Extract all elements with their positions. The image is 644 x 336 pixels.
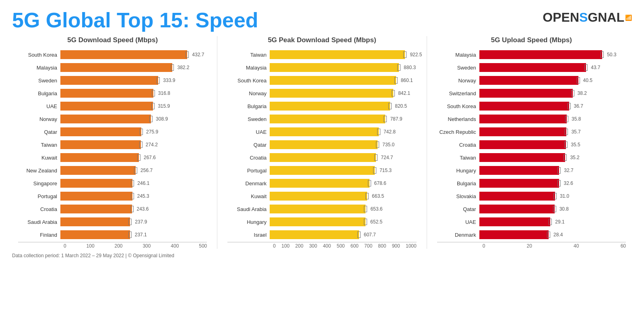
x-axis-peak: 01002003004005006007008009001000 bbox=[227, 243, 416, 249]
bar-track: 237.1 bbox=[60, 230, 207, 239]
error-bar bbox=[130, 206, 134, 212]
bar-row: Croatia724.7 bbox=[227, 152, 416, 163]
bar-row: South Korea432.7 bbox=[18, 49, 207, 60]
x-axis-label: 40 bbox=[574, 243, 579, 249]
bar-track: 38.2 bbox=[479, 89, 626, 98]
bar-value: 29.1 bbox=[555, 219, 641, 225]
logo-text2: GNAL bbox=[588, 10, 624, 25]
bar-label: Sweden bbox=[437, 65, 479, 71]
bar-track: 735.0 bbox=[270, 140, 416, 149]
bar-value: 607.7 bbox=[364, 232, 432, 238]
error-bar bbox=[547, 232, 550, 238]
x-axis-label: 60 bbox=[621, 243, 626, 249]
error-bar bbox=[564, 141, 568, 148]
bars-container-download: South Korea432.7Malaysia382.2Sweden333.9… bbox=[18, 49, 207, 240]
logo-text: OPEN bbox=[543, 10, 579, 25]
bar-fill bbox=[479, 89, 573, 98]
bar-fill bbox=[479, 230, 549, 239]
bar-track: 820.5 bbox=[270, 102, 416, 111]
bar-label: Malaysia bbox=[437, 52, 479, 58]
bar-label: Sweden bbox=[18, 78, 60, 84]
bar-fill bbox=[270, 50, 405, 59]
bar-fill bbox=[270, 230, 359, 239]
bar-value: 787.9 bbox=[390, 116, 431, 122]
bar-track: 267.6 bbox=[60, 153, 207, 162]
bar-track: 724.7 bbox=[270, 153, 416, 162]
bar-label: Bulgaria bbox=[18, 90, 60, 96]
bar-fill bbox=[270, 217, 365, 226]
bar-fill bbox=[270, 192, 367, 201]
bar-value: 652.5 bbox=[370, 219, 432, 225]
bar-track: 275.9 bbox=[60, 127, 207, 136]
bar-value: 382.2 bbox=[177, 65, 222, 70]
bar-row: Portugal715.3 bbox=[227, 165, 416, 176]
bar-value: 43.7 bbox=[591, 65, 641, 70]
bar-label: Sweden bbox=[227, 116, 270, 122]
error-bar bbox=[151, 103, 155, 109]
bar-track: 787.9 bbox=[270, 115, 416, 123]
bar-fill bbox=[60, 50, 187, 59]
bar-value: 40.5 bbox=[583, 78, 641, 83]
bar-track: 432.7 bbox=[60, 50, 207, 59]
error-bar bbox=[373, 167, 376, 174]
x-axis-label: 800 bbox=[378, 243, 386, 249]
bar-fill bbox=[60, 179, 132, 188]
bar-fill bbox=[60, 153, 139, 162]
error-bar bbox=[364, 219, 367, 225]
bar-value: 237.1 bbox=[135, 232, 223, 238]
bar-fill bbox=[270, 102, 390, 111]
bar-value: 842.1 bbox=[398, 90, 432, 96]
x-axis-label: 200 bbox=[295, 243, 303, 249]
bar-fill bbox=[270, 179, 369, 188]
bar-fill bbox=[270, 115, 385, 123]
x-axis-label: 400 bbox=[171, 243, 179, 249]
chart-title-peak: 5G Peak Download Speed (Mbps) bbox=[227, 36, 416, 44]
bar-row: Bulgaria820.5 bbox=[227, 100, 416, 112]
bar-row: South Korea36.7 bbox=[437, 100, 626, 112]
bar-row: Sweden333.9 bbox=[18, 75, 207, 86]
bar-fill bbox=[479, 205, 555, 213]
bars-container-upload: Malaysia50.3Sweden43.7Norway40.5Switzerl… bbox=[437, 49, 626, 240]
charts-container: 5G Download Speed (Mbps)South Korea432.7… bbox=[12, 36, 632, 249]
bar-label: Czech Republic bbox=[437, 129, 479, 135]
bar-row: UAE742.8 bbox=[227, 126, 416, 137]
bar-fill bbox=[60, 166, 136, 175]
bar-track: 315.9 bbox=[60, 102, 207, 111]
x-axis-label: 300 bbox=[142, 243, 151, 249]
bar-track: 35.5 bbox=[479, 140, 626, 149]
bar-fill bbox=[270, 76, 396, 85]
bar-value: 860.1 bbox=[401, 78, 432, 83]
bar-label: Saudi Arabia bbox=[18, 219, 60, 225]
bar-row: Malaysia880.3 bbox=[227, 62, 416, 73]
bar-label: South Korea bbox=[227, 78, 270, 84]
bar-fill bbox=[60, 205, 132, 213]
bar-label: Norway bbox=[437, 78, 479, 84]
x-axis-label: 700 bbox=[364, 243, 372, 249]
bar-row: Kuwait663.5 bbox=[227, 191, 416, 202]
bar-fill bbox=[479, 153, 566, 162]
bar-row: Denmark678.6 bbox=[227, 178, 416, 189]
x-axis-label: 100 bbox=[87, 243, 95, 249]
bar-track: 607.7 bbox=[270, 230, 416, 239]
bar-label: Hungary bbox=[437, 168, 479, 174]
bar-row: Qatar275.9 bbox=[18, 126, 207, 137]
bar-track: 333.9 bbox=[60, 76, 207, 85]
bar-value: 316.8 bbox=[158, 90, 223, 96]
bar-track: 652.5 bbox=[270, 217, 416, 226]
bar-label: UAE bbox=[18, 103, 60, 109]
x-axis-label: 200 bbox=[115, 243, 123, 249]
error-bar bbox=[128, 232, 132, 238]
bar-value: 274.2 bbox=[146, 142, 223, 148]
error-bar bbox=[392, 90, 395, 96]
x-axis-label: 400 bbox=[323, 243, 331, 249]
error-bar bbox=[557, 167, 561, 174]
bar-label: Qatar bbox=[18, 129, 60, 135]
bar-track: 29.1 bbox=[479, 217, 626, 226]
bar-track: 32.7 bbox=[479, 166, 626, 175]
bar-track: 237.9 bbox=[60, 217, 207, 226]
bar-label: UAE bbox=[227, 129, 270, 135]
bar-fill bbox=[479, 127, 567, 136]
bar-label: Netherlands bbox=[437, 116, 479, 122]
x-axis-label: 20 bbox=[527, 243, 532, 249]
bar-fill bbox=[60, 89, 153, 98]
